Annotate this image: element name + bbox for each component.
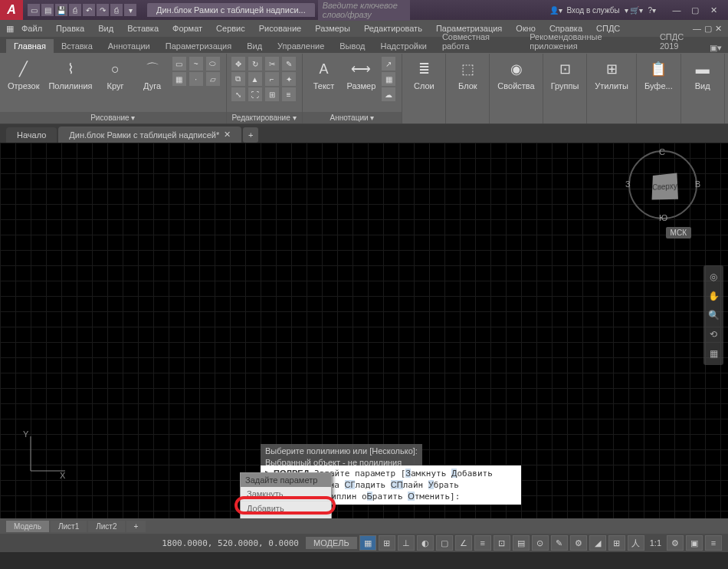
login-link[interactable]: Вход в службы [567, 6, 620, 15]
panel-annot-title[interactable]: Аннотации ▾ [303, 112, 402, 123]
menu-service[interactable]: Сервис [210, 22, 251, 35]
rtab-insert[interactable]: Вставка [54, 39, 100, 53]
qat-more-icon[interactable]: ▾ [124, 4, 136, 16]
scale-icon[interactable]: ⛶ [248, 87, 262, 101]
qat-new-icon[interactable]: ▭ [28, 4, 40, 16]
status-osnap-icon[interactable]: ▢ [436, 535, 453, 551]
hatch-icon[interactable]: ▦ [172, 72, 186, 86]
rotate-icon[interactable]: ↻ [248, 57, 262, 71]
viewcube[interactable]: Сверху С Ю В З [628, 150, 697, 219]
viewcube-e[interactable]: В [695, 179, 700, 189]
ribbon-collapse-icon[interactable]: ▣▾ [710, 43, 722, 53]
status-lwt-icon[interactable]: ≡ [474, 535, 491, 551]
cm-close[interactable]: Замкнуть [241, 487, 331, 502]
help-icon[interactable]: ?▾ [648, 6, 656, 15]
viewcube-top[interactable]: Сверху [652, 173, 678, 199]
view-button[interactable]: ▬Вид [686, 57, 720, 92]
text-button[interactable]: AТекст [307, 57, 341, 92]
qat-open-icon[interactable]: ▤ [41, 4, 54, 16]
ltab-sheet1[interactable]: Лист1 [51, 521, 87, 532]
ltab-sheet2[interactable]: Лист2 [88, 521, 124, 532]
rtab-collab[interactable]: Совместная работа [435, 30, 522, 53]
arc-button[interactable]: ⌒Дуга [136, 57, 169, 92]
copy-icon[interactable]: ⧉ [231, 72, 245, 86]
drawing-canvas[interactable]: Сверху С Ю В З МСК ◎ ✋ 🔍 ⟲ ▦ Y X Задайте… [0, 143, 728, 518]
tab-start[interactable]: Начало [6, 127, 57, 143]
leader-icon[interactable]: ↗ [382, 57, 395, 71]
status-qp-icon[interactable]: ▤ [513, 535, 530, 551]
props-button[interactable]: ◉Свойства [494, 57, 537, 92]
qat-redo-icon[interactable]: ↷ [97, 4, 109, 16]
menu-modify[interactable]: Редактировать [358, 22, 428, 35]
groups-button[interactable]: ⊡Группы [548, 57, 582, 92]
rtab-apps[interactable]: Рекомендованные приложения [522, 30, 652, 53]
status-ann-icon[interactable]: ✎ [551, 535, 568, 551]
nav-show-icon[interactable]: ▦ [705, 345, 722, 362]
status-hw-icon[interactable]: ⊞ [608, 535, 625, 551]
status-gear-icon[interactable]: ⚙ [667, 535, 684, 551]
nav-pan-icon[interactable]: ✋ [705, 288, 722, 304]
maximize-button[interactable]: ▢ [687, 3, 703, 17]
trim-icon[interactable]: ✂ [265, 57, 279, 71]
panel-edit-title[interactable]: Редактирование ▾ [227, 112, 302, 123]
fillet-icon[interactable]: ⌐ [265, 72, 279, 86]
menu-view[interactable]: Вид [92, 22, 120, 35]
ltab-add[interactable]: + [126, 521, 146, 532]
close-button[interactable]: ✕ [705, 3, 722, 17]
util-button[interactable]: ⊞Утилиты [592, 57, 631, 92]
offset-icon[interactable]: ≡ [282, 87, 296, 101]
status-ws-icon[interactable]: ⚙ [570, 535, 587, 551]
status-ortho-icon[interactable]: ⊥ [398, 535, 415, 551]
panel-draw-title[interactable]: Рисование ▾ [0, 112, 226, 123]
status-otrack-icon[interactable]: ∠ [455, 535, 472, 551]
menu-file[interactable]: Файл [15, 22, 48, 35]
array-icon[interactable]: ⊞ [265, 87, 279, 101]
status-sc-icon[interactable]: ⊙ [532, 535, 549, 551]
status-custom-icon[interactable]: ≡ [705, 535, 722, 551]
app-menu-icon[interactable]: ▦ [6, 24, 14, 34]
polyline-button[interactable]: ⌇Полилиния [45, 57, 95, 92]
move-icon[interactable]: ✥ [231, 57, 245, 71]
clip-button[interactable]: 📋Буфе... [641, 57, 676, 92]
layers-button[interactable]: ≣Слои [407, 57, 441, 92]
rtab-spds[interactable]: СПДС 2019 [652, 30, 710, 53]
cm-width[interactable]: Ширина [241, 516, 331, 518]
menu-dims[interactable]: Размеры [309, 22, 356, 35]
nav-orbit-icon[interactable]: ⟲ [705, 326, 722, 343]
viewcube-s[interactable]: Ю [659, 213, 667, 222]
line-button[interactable]: ╱Отрезок [5, 57, 42, 92]
status-iso-icon[interactable]: ◢ [589, 535, 606, 551]
mirror-icon[interactable]: ▲ [248, 72, 262, 86]
menu-draw[interactable]: Рисование [253, 22, 307, 35]
table-icon[interactable]: ▦ [382, 72, 395, 86]
status-trans-icon[interactable]: ⊡ [494, 535, 510, 551]
rtab-addons[interactable]: Надстройки [373, 39, 435, 53]
status-grid-icon[interactable]: ▦ [359, 535, 376, 551]
qat-save-icon[interactable]: 💾 [55, 4, 67, 16]
tab-add-button[interactable]: + [243, 127, 258, 143]
rtab-manage[interactable]: Управление [270, 39, 332, 53]
qat-saveas-icon[interactable]: ⎙ [69, 4, 81, 16]
search-input[interactable]: Введите ключевое слово/фразу [318, 0, 410, 21]
rect-icon[interactable]: ▭ [172, 57, 186, 71]
ellipse-icon[interactable]: ⬭ [206, 57, 220, 71]
tab-current[interactable]: Дин.блок Рамки с таблицей надписей*✕ [58, 127, 241, 143]
rtab-output[interactable]: Вывод [332, 39, 372, 53]
rtab-view[interactable]: Вид [239, 39, 270, 53]
status-snap-icon[interactable]: ⊞ [379, 535, 395, 551]
viewcube-n[interactable]: С [659, 147, 665, 156]
cloud-icon[interactable]: ☁ [382, 87, 395, 101]
wcs-label[interactable]: МСК [666, 227, 691, 238]
menu-insert[interactable]: Вставка [121, 22, 165, 35]
minimize-button[interactable]: — [668, 3, 685, 17]
menu-edit[interactable]: Правка [50, 22, 90, 35]
block-button[interactable]: ⬚Блок [451, 57, 484, 92]
app-logo[interactable]: A [0, 0, 23, 20]
cm-add[interactable]: Добавить [241, 502, 331, 516]
rtab-annot[interactable]: Аннотации [100, 39, 158, 53]
ltab-model[interactable]: Модель [6, 521, 49, 532]
tab-close-icon[interactable]: ✕ [224, 130, 231, 140]
point-icon[interactable]: · [189, 72, 203, 86]
menu-format[interactable]: Формат [166, 22, 208, 35]
stretch-icon[interactable]: ⤡ [231, 87, 245, 101]
